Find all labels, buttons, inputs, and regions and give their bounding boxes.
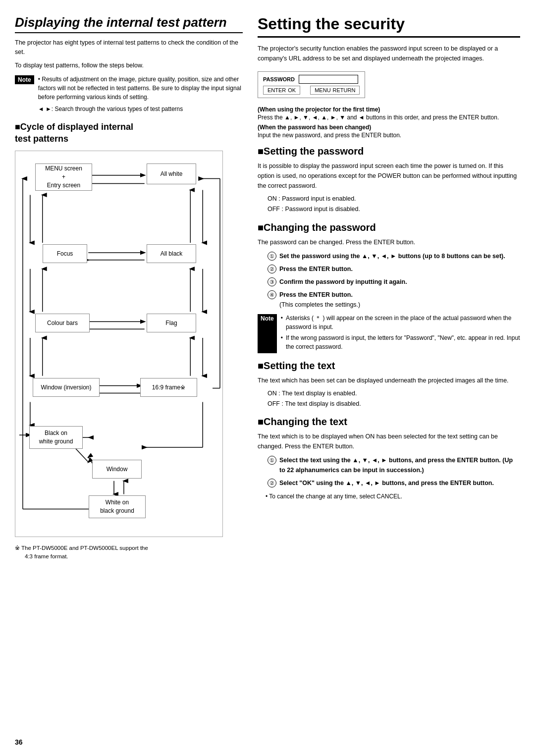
setting-text-heading: ■Setting the text bbox=[258, 360, 520, 372]
step-num-3: ③ bbox=[268, 277, 276, 286]
setting-password-heading: ■Setting the password bbox=[258, 146, 520, 157]
step-text-2: Press the ENTER button. bbox=[279, 264, 353, 274]
svg-line-25 bbox=[74, 447, 88, 462]
left-note: Note • Results of adjustment on the imag… bbox=[15, 75, 243, 113]
ct-text-1: Select the text using the ▲, ▼, ◄, ► but… bbox=[279, 455, 520, 475]
security-intro: The projector's security function enable… bbox=[258, 44, 520, 63]
note-bullet-pwd-1: • Asterisks ( ＊ ) will appear on the scr… bbox=[281, 314, 520, 331]
pwd-changed-label: (When the password has been changed) bbox=[258, 124, 520, 131]
changing-password-heading: ■Changing the password bbox=[258, 222, 520, 233]
left-column: Displaying the internal test pattern The… bbox=[15, 15, 243, 561]
left-title: Displaying the internal test pattern bbox=[15, 15, 243, 33]
setting-password-on: ON : Password input is enabled. OFF : Pa… bbox=[268, 194, 520, 215]
step-text-1: Set the password using the ▲, ▼, ◄, ► bu… bbox=[279, 251, 505, 261]
diag-white-black: White on black ground bbox=[89, 495, 146, 518]
cycle-diagram: MENU screen + Entry screen All white Foc… bbox=[15, 151, 223, 537]
changing-text-body: The text which is to be displayed when O… bbox=[258, 432, 520, 451]
diag-all-white: All white bbox=[147, 163, 196, 184]
setting-text-body: The text which has been set can be displ… bbox=[258, 376, 520, 385]
first-time-label: (When using the projector for the first … bbox=[258, 106, 520, 113]
step-sub-4: (This completes the settings.) bbox=[279, 300, 360, 310]
note-label-pwd: Note bbox=[258, 314, 277, 353]
changing-text-steps: ① Select the text using the ▲, ▼, ◄, ► b… bbox=[268, 455, 520, 488]
step-1: ① Set the password using the ▲, ▼, ◄, ► … bbox=[268, 251, 520, 261]
step-num-2: ② bbox=[268, 265, 276, 273]
setting-text-on-off: ON : The text display is enabled. OFF : … bbox=[268, 388, 520, 410]
page-number: 36 bbox=[15, 738, 23, 746]
ct-num-1: ① bbox=[268, 456, 276, 465]
note-bullet-1: • Results of adjustment on the image, pi… bbox=[38, 75, 243, 102]
step-4: ④ Press the ENTER button. (This complete… bbox=[268, 290, 520, 310]
diag-menu: MENU screen + Entry screen bbox=[35, 163, 92, 191]
diag-black-white: Black on white ground bbox=[29, 426, 83, 449]
diag-focus: Focus bbox=[43, 244, 87, 263]
note-label: Note bbox=[15, 75, 34, 84]
note-content: • Results of adjustment on the image, pi… bbox=[38, 75, 243, 113]
enter-ok-btn: ENTER OK bbox=[263, 86, 300, 95]
diag-all-black: All black bbox=[147, 244, 196, 263]
cancel-text: • To cancel the change at any time, sele… bbox=[266, 492, 520, 501]
step-num-4: ④ bbox=[268, 290, 276, 299]
diag-window: Window bbox=[92, 460, 142, 479]
ct-step-1: ① Select the text using the ▲, ▼, ◄, ► b… bbox=[268, 455, 520, 475]
setting-password-body: It is possible to display the password i… bbox=[258, 161, 520, 191]
note-bullet-2: ◄ ►: Search through the various types of… bbox=[38, 105, 243, 113]
step-3: ③ Confirm the password by inputting it a… bbox=[268, 277, 520, 287]
enter-label: ENTER bbox=[268, 87, 286, 93]
diagram-arrows bbox=[15, 151, 222, 537]
ct-step-2: ② Select "OK" using the ▲, ▼, ◄, ► butto… bbox=[268, 478, 520, 488]
changing-pwd-note: Note • Asterisks ( ＊ ) will appear on th… bbox=[258, 314, 520, 353]
step-text-4: Press the ENTER button. bbox=[279, 291, 353, 298]
cycle-section-title: ■Cycle of displayed internal test patter… bbox=[15, 121, 243, 145]
changing-password-steps: ① Set the password using the ▲, ▼, ◄, ► … bbox=[268, 251, 520, 310]
security-title: Setting the security bbox=[258, 15, 520, 38]
note-content-pwd: • Asterisks ( ＊ ) will appear on the scr… bbox=[281, 314, 520, 353]
footnote: ※ The PT-DW5000E and PT-DW5000EL support… bbox=[15, 544, 243, 561]
changing-text-heading: ■Changing the text bbox=[258, 416, 520, 428]
diag-flag: Flag bbox=[147, 314, 196, 332]
step-2: ② Press the ENTER button. bbox=[268, 264, 520, 274]
left-intro1: The projector has eight types of interna… bbox=[15, 38, 243, 57]
first-time-text: Press the ▲, ►, ▼, ◄, ▲, ►, ▼ and ◄ butt… bbox=[258, 114, 520, 121]
step-text-3: Confirm the password by inputting it aga… bbox=[279, 277, 407, 287]
step-num-1: ① bbox=[268, 252, 276, 261]
password-screen-mockup: PASSWORD ENTER OK MENU RETURN bbox=[258, 71, 365, 98]
diag-frame: 16:9 frame※ bbox=[140, 378, 197, 397]
diag-colour-bars: Colour bars bbox=[35, 314, 90, 332]
diag-window-inv: Window (inversion) bbox=[33, 378, 100, 397]
note-bullet-pwd-2: • If the wrong password is input, the le… bbox=[281, 333, 520, 351]
page-container: Displaying the internal test pattern The… bbox=[0, 0, 535, 576]
ct-num-2: ② bbox=[268, 479, 276, 487]
changing-password-body: The password can be changed. Press the E… bbox=[258, 237, 520, 247]
right-column: Setting the security The projector's sec… bbox=[258, 15, 520, 561]
left-intro2: To display test patterns, follow the ste… bbox=[15, 61, 243, 70]
password-label: PASSWORD bbox=[263, 76, 295, 82]
ct-text-2: Select "OK" using the ▲, ▼, ◄, ► buttons… bbox=[279, 478, 494, 488]
pwd-changed-text: Input the new password, and press the EN… bbox=[258, 132, 520, 139]
password-field bbox=[299, 75, 358, 84]
menu-label: MENU bbox=[315, 87, 330, 93]
menu-return-btn: MENU RETURN bbox=[310, 86, 360, 95]
